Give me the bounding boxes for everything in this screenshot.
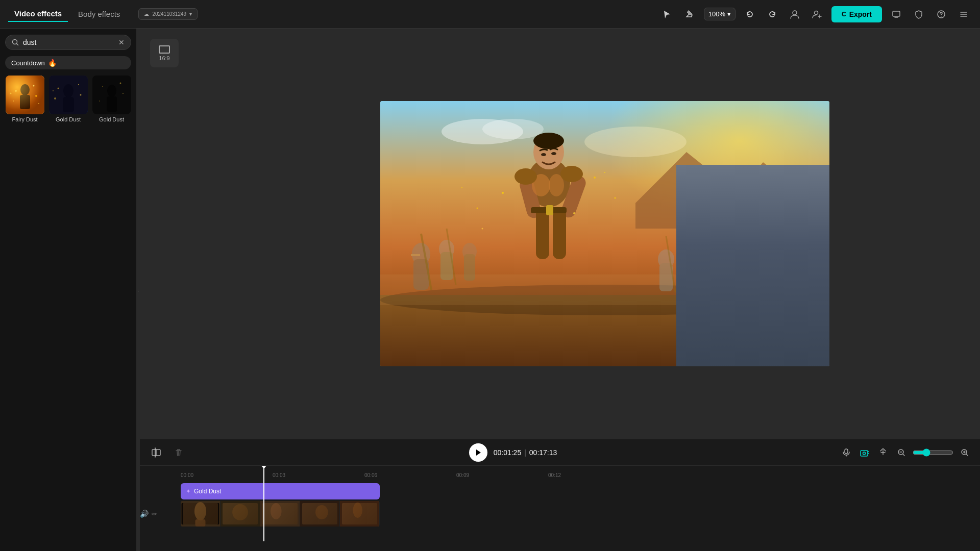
- ruler-mark-2: 00:06: [364, 472, 456, 480]
- svg-point-34: [584, 127, 687, 157]
- split-tool-icon[interactable]: [148, 444, 164, 461]
- svg-rect-17: [63, 97, 74, 112]
- search-bar[interactable]: ✕: [5, 35, 131, 50]
- filmstrip-thumb-4: [300, 501, 339, 527]
- svg-rect-122: [300, 501, 339, 527]
- filmstrip-segment-1: [181, 501, 220, 527]
- filmstrip-thumb-2: [220, 501, 260, 527]
- zoom-out-icon[interactable]: [894, 445, 909, 460]
- zoom-range-input[interactable]: [913, 448, 953, 457]
- svg-point-29: [122, 93, 124, 94]
- svg-point-79: [604, 172, 605, 173]
- svg-point-20: [54, 97, 56, 99]
- delete-tool-icon[interactable]: [170, 444, 187, 461]
- effect-label-gold-dust-1: Gold Dust: [56, 116, 81, 122]
- add-user-icon[interactable]: [809, 6, 825, 22]
- filmstrip-track[interactable]: [181, 501, 380, 527]
- svg-point-103: [812, 347, 819, 355]
- svg-rect-117: [195, 519, 205, 527]
- svg-point-99: [747, 262, 759, 267]
- aspect-ratio-label: 16:9: [159, 55, 169, 61]
- svg-point-13: [10, 93, 11, 94]
- effect-label-fairy-dust: Fairy Dust: [12, 116, 37, 122]
- content-area: 16:9: [140, 29, 980, 551]
- tab-video-effects[interactable]: Video effects: [8, 6, 68, 22]
- svg-rect-25: [107, 96, 117, 112]
- profile-icon[interactable]: [787, 6, 803, 22]
- camera-add-icon[interactable]: [857, 445, 872, 460]
- cloud-icon: ☁: [144, 11, 149, 17]
- tab-body-effects[interactable]: Body effects: [72, 7, 126, 21]
- svg-point-111: [863, 452, 866, 455]
- svg-point-54: [551, 152, 556, 155]
- svg-rect-8: [20, 95, 30, 109]
- canvas-wrapper: 16:9: [140, 29, 980, 439]
- effect-item-gold-dust-2[interactable]: Gold Dust: [92, 76, 131, 122]
- svg-rect-110: [861, 450, 868, 456]
- svg-point-7: [20, 84, 30, 95]
- svg-point-9: [15, 90, 17, 92]
- playhead[interactable]: [263, 466, 264, 541]
- ruler-mark-0: 00:00: [181, 472, 273, 480]
- webcam-overlay: [676, 165, 829, 366]
- svg-rect-86: [722, 277, 783, 366]
- svg-point-76: [461, 187, 462, 188]
- shield-icon[interactable]: [911, 6, 927, 22]
- effect-thumb-gold-dust-2: [92, 76, 131, 114]
- total-time: 00:17:13: [529, 448, 557, 457]
- svg-point-19: [78, 84, 79, 85]
- svg-point-75: [477, 208, 478, 209]
- countdown-label: Countdown: [11, 59, 45, 67]
- play-button[interactable]: [469, 443, 487, 462]
- current-time: 00:01:25: [494, 448, 522, 457]
- svg-point-10: [33, 85, 34, 87]
- filmstrip-thumb-1: [181, 501, 220, 527]
- screen-icon[interactable]: [888, 6, 904, 22]
- undo-button[interactable]: [742, 6, 758, 22]
- svg-point-81: [573, 212, 575, 214]
- merge-icon[interactable]: [876, 445, 890, 460]
- svg-point-21: [80, 94, 81, 96]
- edit-icon[interactable]: ✏: [152, 510, 157, 518]
- gold-dust-1-preview: [49, 76, 88, 114]
- svg-point-121: [271, 503, 282, 519]
- svg-point-16: [63, 84, 74, 97]
- svg-rect-114: [181, 501, 220, 527]
- effect-thumb-fairy-dust: [6, 76, 44, 114]
- video-track-row: 🔊 ✏: [140, 503, 980, 525]
- gold-dust-2-preview: [92, 76, 131, 114]
- volume-icon[interactable]: 🔊: [140, 510, 149, 518]
- svg-rect-61: [464, 254, 475, 281]
- clear-search-icon[interactable]: ✕: [118, 38, 125, 46]
- svg-rect-108: [845, 449, 848, 454]
- svg-point-91: [726, 206, 779, 236]
- zoom-control[interactable]: 100% ▾: [704, 8, 736, 20]
- effect-item-fairy-dust[interactable]: Fairy Dust: [5, 76, 44, 122]
- svg-rect-52: [546, 205, 553, 215]
- mic-icon[interactable]: [839, 445, 853, 460]
- search-input[interactable]: [23, 38, 114, 46]
- svg-point-42: [533, 133, 564, 149]
- svg-rect-115: [182, 503, 219, 524]
- filmstrip-segment-3: [260, 501, 300, 527]
- zoom-in-icon[interactable]: [958, 445, 972, 460]
- zoom-slider[interactable]: [913, 448, 953, 457]
- redo-button[interactable]: [764, 6, 780, 22]
- project-name[interactable]: ☁ 202411031249 ▾: [138, 8, 198, 20]
- menu-icon[interactable]: [955, 6, 972, 22]
- aspect-ratio-badge[interactable]: 16:9: [150, 39, 179, 67]
- export-label: Export: [849, 10, 872, 18]
- export-button[interactable]: C Export: [831, 6, 882, 22]
- svg-rect-49: [536, 208, 549, 259]
- pan-tool-icon[interactable]: [681, 6, 698, 22]
- help-icon[interactable]: [933, 6, 949, 22]
- effects-grid: Fairy Dust: [0, 76, 136, 122]
- select-tool-icon[interactable]: [659, 6, 675, 22]
- countdown-tag[interactable]: Countdown 🔥: [5, 56, 131, 69]
- filmstrip-thumb-5: [340, 501, 379, 527]
- svg-point-80: [482, 228, 483, 230]
- top-bar: Video effects Body effects ☁ 20241103124…: [0, 0, 980, 29]
- svg-point-116: [194, 502, 206, 520]
- effect-item-gold-dust-1[interactable]: Gold Dust: [48, 76, 88, 122]
- gold-dust-track[interactable]: ✦ Gold Dust: [181, 483, 380, 499]
